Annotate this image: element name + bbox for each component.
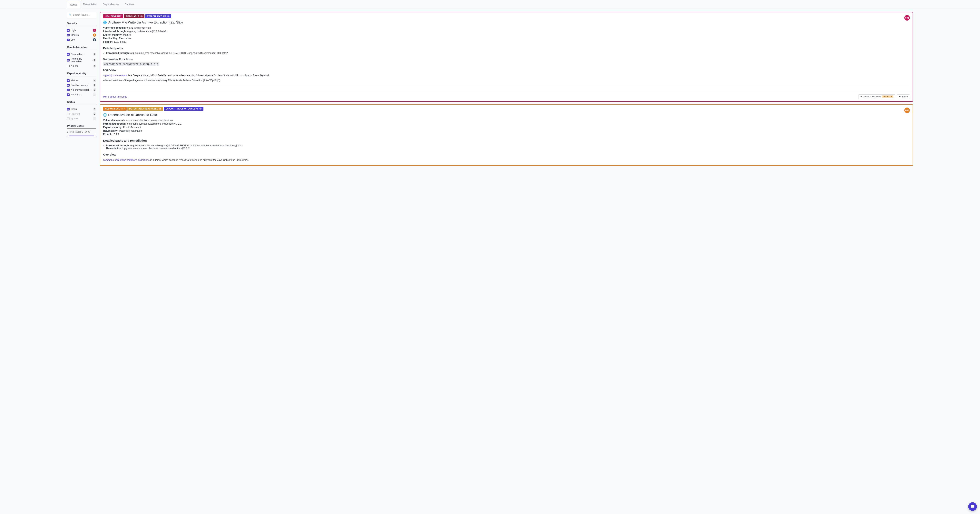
slider-sub: Score between 0 - 1000	[67, 131, 96, 133]
checkbox	[67, 113, 70, 115]
count-badge: 0	[93, 93, 96, 96]
filter-reachable-item[interactable]: Reachable› 1	[67, 52, 96, 57]
value: Proof of concept	[123, 126, 141, 129]
label: Exploit maturity:	[103, 33, 123, 36]
label: Introduced through:	[103, 122, 126, 125]
filter-high[interactable]: High 3	[67, 28, 96, 33]
section-heading: Detailed paths and remediation	[103, 139, 910, 142]
tabs-bar: Issues Remediation Dependencies Runtime	[0, 0, 980, 8]
count-badge: 2	[93, 79, 96, 82]
section-heading: Overview	[103, 68, 910, 71]
filter-poc[interactable]: Proof of concept› 1	[67, 83, 96, 87]
severity-pill: HIGH SEVERITY	[103, 14, 123, 18]
label: Reachable	[71, 53, 83, 56]
chevron-right-icon: ›	[84, 53, 84, 55]
label: No known exploit	[71, 89, 89, 91]
slider-thumb-min[interactable]	[67, 135, 69, 137]
label: No data	[71, 93, 80, 96]
label: Low	[71, 38, 75, 41]
eye-off-icon: 👁	[899, 95, 901, 98]
issue-card-high: 684 HIGH SEVERITY REACHABLE? EXPLOIT: MA…	[100, 12, 913, 102]
checkbox[interactable]	[67, 94, 70, 96]
filter-severity: Severity High 3 Medium 4 Low 1	[67, 22, 96, 42]
filter-nke[interactable]: No known exploit› 5	[67, 87, 96, 92]
checkbox[interactable]	[67, 53, 70, 56]
section-heading: Overview	[103, 153, 910, 156]
more-about-link[interactable]: More about this issue	[103, 95, 127, 98]
checkbox[interactable]	[67, 89, 70, 91]
label: Patched	[71, 113, 80, 115]
reachable-pill: POTENTIALLY REACHABLE?	[127, 107, 163, 111]
checkbox[interactable]	[67, 65, 70, 67]
overview-text: Affected versions of the package are vul…	[103, 78, 910, 83]
filter-low[interactable]: Low 1	[67, 37, 96, 42]
filter-potentially-item[interactable]: Potentially reachable› 1	[67, 57, 96, 63]
score-circle: 601	[904, 108, 910, 113]
help-icon[interactable]: ?	[167, 15, 170, 17]
filter-patched[interactable]: Patched 0	[67, 111, 96, 116]
checkbox[interactable]	[67, 84, 70, 87]
help-icon[interactable]: ?	[140, 15, 143, 17]
issue-card-medium: 601 MEDIUM SEVERITY POTENTIALLY REACHABL…	[100, 105, 913, 166]
help-icon[interactable]: ?	[199, 108, 202, 110]
upgrade-tag: UPGRADE	[882, 95, 893, 98]
chevron-right-icon: ›	[80, 79, 80, 81]
label: Reachability:	[103, 37, 118, 40]
tab-remediation[interactable]: Remediation	[80, 0, 100, 8]
slider-thumb-max[interactable]	[94, 135, 96, 137]
help-icon[interactable]: ?	[159, 108, 161, 110]
value: 1.0.0-beta3	[114, 41, 126, 43]
checkbox-low[interactable]	[67, 39, 70, 41]
count-badge: 1	[93, 38, 96, 41]
filter-ignored[interactable]: Ignored 0	[67, 116, 96, 121]
filter-title: Exploit maturity	[67, 72, 96, 76]
count-badge: 5	[93, 88, 96, 92]
value: commons-collections:commons-collections@…	[127, 122, 181, 125]
count-badge: 1	[93, 53, 96, 56]
overview-text: is a Deeplearning4j, ND4J, DataVec and m…	[127, 74, 269, 77]
vulnerable-function: org/nd4j/util/ArchiveUtils.unzipFileTo	[103, 62, 159, 66]
checkbox[interactable]	[67, 79, 70, 82]
package-link[interactable]: commons-collections:commons-collections	[103, 159, 150, 162]
create-jira-button[interactable]: ✦Create a Jira issueUPGRADE	[858, 94, 895, 99]
search-input[interactable]	[73, 14, 102, 16]
tab-dependencies[interactable]: Dependencies	[100, 0, 122, 8]
issues-list: 684 HIGH SEVERITY REACHABLE? EXPLOIT: MA…	[100, 12, 913, 168]
checkbox	[67, 117, 70, 120]
filter-reachable: Reachable vulns Reachable› 1 Potentially…	[67, 46, 96, 68]
checkbox[interactable]	[67, 108, 70, 111]
value: org.nd4j:nd4j-common	[126, 27, 151, 29]
sidebar: 🔍 Severity High 3 Medium 4 Low 1 Reachab…	[67, 12, 96, 141]
chevron-right-icon: ›	[81, 94, 81, 95]
path-item: Introduced through: org.example:java-rea…	[106, 144, 910, 150]
priority-slider[interactable]	[67, 135, 96, 137]
checkbox[interactable]	[67, 59, 70, 62]
path-item: Introduced through: org.example:java-rea…	[106, 51, 910, 55]
tab-runtime[interactable]: Runtime	[122, 0, 137, 8]
filter-exploit: Exploit maturity Mature› 2 Proof of conc…	[67, 72, 96, 97]
tab-issues[interactable]: Issues	[67, 0, 80, 8]
title-text: Deserialization of Untrusted Data	[108, 113, 157, 117]
search-icon: 🔍	[69, 14, 72, 16]
filter-open[interactable]: Open 8	[67, 107, 96, 111]
label: Ignored	[71, 117, 79, 120]
label: Introduced through:	[103, 30, 126, 33]
filter-title: Severity	[67, 22, 96, 26]
ignore-button[interactable]: 👁Ignore	[897, 94, 910, 99]
search-box[interactable]: 🔍	[67, 12, 96, 18]
issue-title: 🌐 Deserialization of Untrusted Data	[100, 111, 913, 119]
checkbox-high[interactable]	[67, 29, 70, 32]
filter-nodata[interactable]: No data› 0	[67, 92, 96, 97]
section-heading: Vulnerable Functions	[103, 57, 910, 61]
value: commons-collections:commons-collections	[126, 119, 173, 122]
filter-noinfo-item[interactable]: No info 6	[67, 63, 96, 68]
package-link[interactable]: org.nd4j:nd4j-common	[103, 74, 127, 77]
label: No info	[71, 65, 79, 67]
filter-medium[interactable]: Medium 4	[67, 33, 96, 37]
label: Open	[71, 108, 77, 111]
filter-mature[interactable]: Mature› 2	[67, 78, 96, 83]
checkbox-medium[interactable]	[67, 34, 70, 36]
reachable-pill: REACHABLE?	[124, 14, 145, 18]
value: 3.2.2	[114, 133, 119, 136]
title-text: Arbitrary File Write via Archive Extract…	[108, 21, 183, 24]
